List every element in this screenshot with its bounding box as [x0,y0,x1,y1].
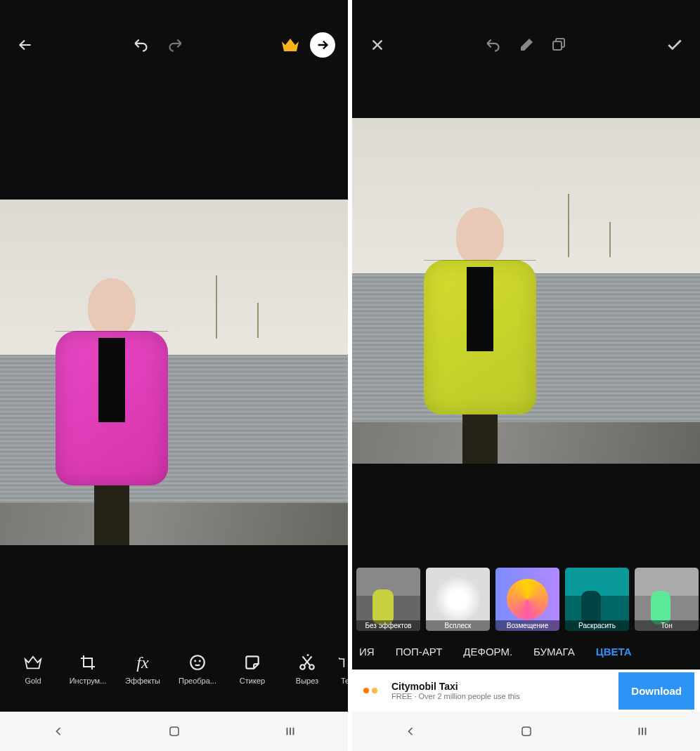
nav-home[interactable] [168,725,181,738]
sticker-icon [243,653,261,672]
filter-strip: Без эффектов Всплеск Возмещение Раскраси… [352,566,700,633]
system-nav-left [0,712,348,751]
photo-preview-left [0,200,348,545]
left-screen: Gold Инструм... fx Эффекты Преобра... Ст… [0,0,348,751]
filter-replace[interactable]: Возмещение [495,568,559,631]
app-area-right: Без эффектов Всплеск Возмещение Раскраси… [352,0,700,712]
filter-no-effect[interactable]: Без эффектов [356,568,420,631]
nav-recent[interactable] [284,725,297,738]
tool-beautify[interactable]: Преобра... [170,653,225,685]
tool-label: Вырез [296,677,318,685]
tool-sticker[interactable]: Стикер [225,653,280,685]
svg-point-2 [200,660,200,661]
tool-label: Те [341,677,348,685]
redo-icon [165,36,183,54]
tab-deform[interactable]: ДЕФОРМ. [463,646,512,658]
eraser-button[interactable] [514,32,539,58]
system-nav-right [352,712,700,751]
filter-tone[interactable]: Тон [635,568,699,631]
undo-icon [133,36,151,54]
svg-point-1 [195,660,195,661]
tool-cutout[interactable]: Вырез [280,653,335,685]
svg-rect-6 [553,41,562,50]
eraser-icon [518,37,535,53]
redo-button[interactable] [162,32,187,58]
undo-button[interactable] [481,32,507,58]
layers-button[interactable] [546,32,571,58]
app-area-left: Gold Инструм... fx Эффекты Преобра... Ст… [0,0,348,712]
crop-icon [79,653,96,672]
nav-back[interactable] [51,724,65,738]
tool-label: Gold [25,677,41,685]
filter-label: Без эффектов [356,620,420,631]
header-left [0,21,348,69]
filter-label: Тон [635,620,699,631]
ad-download-button[interactable]: Download [618,672,694,710]
back-button[interactable] [13,32,38,58]
arrow-left-icon [16,36,34,54]
crown-outline-icon [24,653,42,672]
tab-partial[interactable]: ИЯ [359,646,375,658]
tab-paper[interactable]: БУМАГА [533,646,575,658]
ad-subtitle: FREE · Over 2 million people use this [391,692,618,700]
svg-rect-5 [170,727,179,736]
canvas-right[interactable] [352,69,700,566]
tab-colors[interactable]: ЦВЕТА [596,646,632,658]
filter-colorize[interactable]: Раскрасить [565,568,629,631]
tool-effects[interactable]: fx Эффекты [115,653,170,685]
scissors-icon [298,653,316,672]
nav-recent[interactable] [636,725,649,738]
tool-label: Эффекты [125,677,160,685]
tool-tools[interactable]: Инструм... [60,653,115,685]
tab-popart[interactable]: ПОП-АРТ [396,646,443,658]
ad-logo-icon [356,676,386,705]
tools-bar: Gold Инструм... fx Эффекты Преобра... Ст… [0,640,348,698]
tool-label: Инструм... [70,677,107,685]
filter-label: Возмещение [495,620,559,631]
tool-label: Стикер [240,677,265,685]
face-icon [188,653,207,672]
ad-banner: Citymobil Taxi FREE · Over 2 million peo… [352,670,700,712]
next-button[interactable] [310,32,335,58]
close-button[interactable] [365,32,390,58]
tool-text[interactable]: Те [335,653,348,685]
nav-back[interactable] [403,724,417,738]
text-icon [338,653,348,672]
ad-text: Citymobil Taxi FREE · Over 2 million peo… [386,681,618,700]
category-tabs: ИЯ ПОП-АРТ ДЕФОРМ. БУМАГА ЦВЕТА [352,633,700,670]
undo-button[interactable] [129,32,155,58]
layers-icon [550,37,567,53]
canvas-left[interactable] [0,69,348,640]
crown-icon [280,37,300,53]
svg-rect-7 [522,727,531,736]
undo-icon [485,36,503,54]
ad-title: Citymobil Taxi [391,681,618,692]
filter-label: Всплеск [426,620,490,631]
fx-icon: fx [136,653,148,672]
filter-label: Раскрасить [565,620,629,631]
right-screen: Без эффектов Всплеск Возмещение Раскраси… [352,0,700,751]
arrow-right-icon [315,37,330,53]
tool-gold[interactable]: Gold [6,653,60,685]
premium-button[interactable] [278,32,303,58]
check-icon [666,36,684,54]
apply-button[interactable] [662,32,687,58]
nav-home[interactable] [520,725,533,738]
header-right [352,21,700,69]
filter-splash[interactable]: Всплеск [426,568,490,631]
photo-preview-right [352,118,700,464]
close-icon [370,37,385,53]
svg-point-0 [190,655,205,670]
tool-label: Преобра... [179,677,216,685]
